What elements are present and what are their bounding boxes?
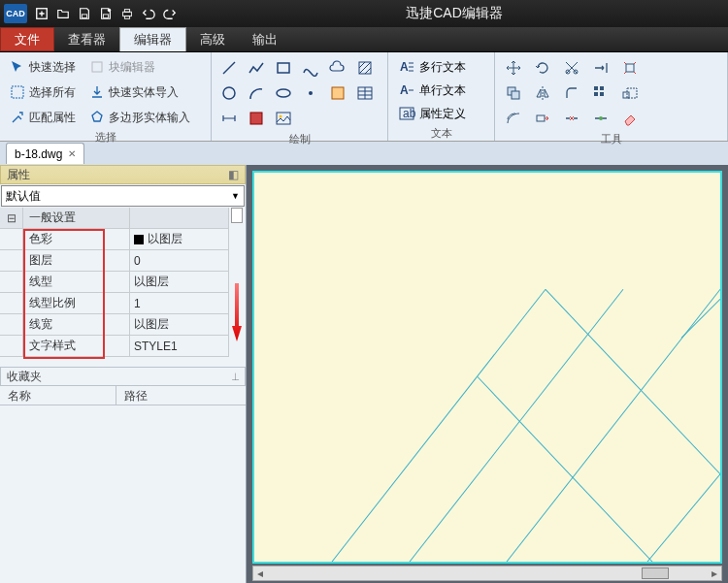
mirror-icon[interactable]	[530, 81, 555, 105]
entity-import-button[interactable]: 快速实体导入	[85, 81, 194, 103]
horizontal-scrollbar[interactable]: ◂ ▸	[252, 566, 722, 581]
new-icon[interactable]	[32, 4, 51, 23]
fill-icon[interactable]	[245, 107, 268, 130]
favorites-panel: 收藏夹 ⟂ 名称 路径	[0, 367, 246, 405]
svg-rect-16	[250, 113, 262, 124]
table-icon[interactable]	[353, 81, 377, 105]
join-icon[interactable]	[588, 107, 613, 130]
dimension-icon[interactable]	[217, 107, 241, 130]
svg-rect-28	[594, 86, 598, 90]
svg-rect-6	[124, 16, 129, 19]
polygon-import-button[interactable]: 多边形实体输入	[85, 107, 194, 128]
fav-col-name[interactable]: 名称	[0, 386, 116, 405]
menu-viewer[interactable]: 查看器	[54, 27, 119, 51]
array-icon[interactable]	[588, 81, 613, 105]
textstyle-row[interactable]: 文字样式STYLE1	[0, 336, 228, 357]
circle-icon[interactable]	[217, 81, 241, 105]
fillet-icon[interactable]	[559, 81, 584, 105]
svg-rect-2	[103, 15, 108, 18]
pin-icon[interactable]: ◧	[228, 168, 239, 181]
close-tab-icon[interactable]: ✕	[68, 148, 76, 159]
red-arrow-icon	[232, 283, 242, 341]
app-title: 迅捷CAD编辑器	[181, 5, 728, 22]
svg-text:A: A	[400, 83, 409, 97]
properties-scrollbar[interactable]	[228, 208, 246, 357]
document-tab[interactable]: b-18.dwg ✕	[6, 143, 84, 164]
import-icon	[89, 84, 105, 100]
title-bar: CAD 迅捷CAD编辑器	[0, 0, 728, 27]
match-icon	[10, 110, 25, 125]
block-icon	[89, 59, 105, 75]
block-editor-button[interactable]: 块编辑器	[85, 56, 194, 78]
ribbon-group-tool-label: 工具	[501, 130, 721, 146]
redo-icon[interactable]	[160, 4, 180, 23]
scale-icon[interactable]	[617, 81, 643, 105]
svg-rect-29	[600, 86, 604, 90]
extend-icon[interactable]	[588, 56, 613, 80]
saveas-icon[interactable]	[96, 4, 116, 23]
insert-icon[interactable]	[326, 81, 349, 105]
break-icon[interactable]	[559, 107, 584, 130]
svg-rect-7	[12, 86, 23, 98]
open-icon[interactable]	[53, 4, 73, 23]
svg-rect-27	[512, 91, 519, 99]
image-icon[interactable]	[272, 107, 295, 130]
drawing-canvas[interactable]	[252, 171, 722, 564]
attr-def-button[interactable]: ab属性定义	[394, 103, 470, 124]
ltscale-row[interactable]: 线型比例1	[0, 293, 228, 314]
hscroll-thumb[interactable]	[642, 567, 669, 579]
scroll-left-icon[interactable]: ◂	[253, 567, 267, 580]
favorites-header[interactable]: 收藏夹 ⟂	[0, 367, 246, 386]
svg-rect-9	[278, 63, 289, 73]
select-all-button[interactable]: 选择所有	[6, 81, 80, 103]
linetype-row[interactable]: 线型以图层	[0, 272, 228, 293]
general-settings-row[interactable]: ⊟ 一般设置	[0, 208, 228, 229]
svg-point-18	[280, 115, 282, 118]
undo-icon[interactable]	[139, 4, 158, 23]
ellipse-icon[interactable]	[272, 81, 295, 105]
default-dropdown[interactable]: 默认值 ▼	[1, 185, 245, 207]
point-icon[interactable]	[299, 81, 322, 105]
menu-output[interactable]: 输出	[239, 27, 291, 51]
trim-icon[interactable]	[559, 56, 584, 80]
copy-icon[interactable]	[501, 81, 526, 105]
rect-icon[interactable]	[272, 56, 295, 80]
fav-col-path[interactable]: 路径	[116, 386, 155, 405]
properties-panel-header[interactable]: 属性 ◧	[0, 165, 246, 184]
tool-icons	[501, 56, 643, 130]
stretch-icon[interactable]	[530, 107, 555, 130]
offset-icon[interactable]	[501, 107, 526, 130]
explode-icon[interactable]	[617, 56, 643, 80]
multiline-text-button[interactable]: A多行文本	[394, 56, 470, 78]
move-icon[interactable]	[501, 56, 526, 80]
cursor-icon	[10, 59, 25, 75]
svg-rect-14	[332, 87, 344, 99]
spline-icon[interactable]	[299, 56, 322, 80]
quick-select-button[interactable]: 快速选择	[6, 56, 80, 78]
save-icon[interactable]	[75, 4, 94, 23]
menu-editor[interactable]: 编辑器	[119, 27, 186, 51]
color-row[interactable]: 色彩以图层	[0, 229, 228, 250]
lineweight-row[interactable]: 线宽以图层	[0, 314, 228, 336]
erase-icon[interactable]	[617, 107, 643, 130]
arc-icon[interactable]	[245, 81, 268, 105]
rotate-icon[interactable]	[530, 56, 555, 80]
polygon-icon	[89, 110, 105, 125]
ribbon-group-text-label: 文本	[394, 124, 488, 141]
menu-file[interactable]: 文件	[0, 27, 54, 51]
scroll-right-icon[interactable]: ▸	[708, 567, 721, 580]
menu-advanced[interactable]: 高级	[186, 27, 239, 51]
polyline-icon[interactable]	[245, 56, 268, 80]
stext-icon: A	[398, 81, 415, 99]
scroll-thumb[interactable]	[231, 208, 243, 223]
svg-rect-8	[92, 62, 102, 72]
layer-row[interactable]: 图层0	[0, 250, 228, 272]
match-attr-button[interactable]: 匹配属性	[6, 107, 80, 128]
hatch-icon[interactable]	[353, 56, 377, 80]
cloud-icon[interactable]	[326, 56, 349, 80]
line-icon[interactable]	[217, 56, 241, 80]
print-icon[interactable]	[117, 4, 137, 23]
single-text-button[interactable]: A单行文本	[394, 80, 470, 101]
pin-icon[interactable]: ⟂	[232, 370, 239, 383]
svg-rect-32	[623, 92, 629, 98]
